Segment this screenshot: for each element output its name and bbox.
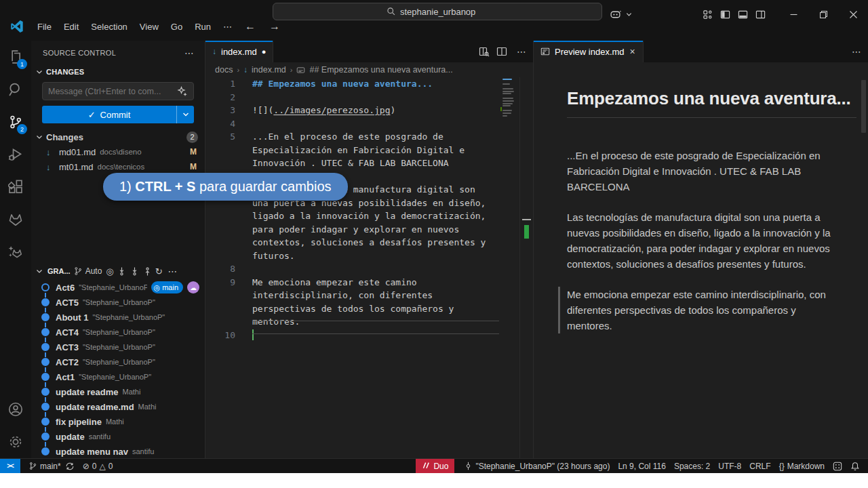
nav-back-icon[interactable]: ← [238, 19, 262, 34]
minimize-button[interactable] [778, 3, 808, 26]
breadcrumb-symbol[interactable]: ## Empezamos una nueva aventura... [309, 65, 452, 75]
settings-gear-icon[interactable] [0, 426, 31, 458]
command-center-search[interactable] [273, 3, 602, 20]
copilot-chevron-icon[interactable] [624, 5, 633, 23]
feedback-status-item[interactable] [829, 459, 846, 474]
commit-row[interactable]: update readme.mdMathi [31, 399, 205, 414]
commit-row[interactable]: ACT4"Stephanie_UrbanoP" [31, 325, 205, 340]
commit-row[interactable]: ACT3"Stephanie_UrbanoP" [31, 340, 205, 354]
target-icon[interactable]: ◎ [106, 266, 113, 277]
gitlab-duo-icon[interactable] [0, 236, 31, 268]
changed-file-row[interactable]: ↓md01.mddocs\disenoM [31, 144, 205, 159]
customize-layout-icon[interactable] [698, 5, 716, 23]
toggle-panel-icon[interactable] [734, 5, 751, 23]
breadcrumb-folder[interactable]: docs [215, 65, 233, 75]
sparkle-icon[interactable] [177, 86, 188, 97]
panel-more-icon[interactable]: ⋯ [182, 47, 197, 58]
search-icon [387, 7, 396, 16]
commit-message-input[interactable] [48, 87, 177, 96]
main-branch-badge[interactable]: ◎main [151, 281, 183, 293]
indentation-status-item[interactable]: Spaces: 2 [670, 459, 714, 474]
copilot-icon[interactable] [606, 5, 624, 23]
open-preview-side-icon[interactable] [479, 46, 490, 57]
graph-section-header[interactable]: GRA... Auto ◎ ↻ ⋯ [31, 264, 205, 279]
split-editor-icon[interactable] [496, 46, 507, 57]
refresh-icon[interactable]: ↻ [155, 266, 163, 277]
remote-indicator[interactable]: >< [0, 459, 20, 474]
menu-run[interactable]: Run [189, 19, 217, 35]
commit-row[interactable]: ACT5"Stephanie_UrbanoP" [31, 295, 205, 310]
changes-section-header[interactable]: CHANGES [31, 64, 205, 79]
tab-index-md[interactable]: ↓ index.md ● [205, 41, 273, 62]
preview-more-icon[interactable]: ⋯ [849, 46, 864, 57]
code-line[interactable]: 8 [205, 262, 500, 276]
commit-row[interactable]: update menu navsantifu [31, 444, 205, 458]
editor-more-icon[interactable]: ⋯ [514, 46, 529, 57]
nav-forward-icon[interactable]: → [262, 19, 287, 34]
modified-dot-icon[interactable]: ● [262, 47, 267, 56]
commit-row[interactable]: ACT2"Stephanie_UrbanoP" [31, 354, 205, 369]
commit-button[interactable]: ✓ Commit [42, 106, 194, 123]
commit-dropdown-button[interactable] [176, 106, 194, 123]
gitlab-icon[interactable] [0, 203, 31, 236]
notifications-status-item[interactable] [846, 459, 864, 474]
toggle-primary-sidebar-icon[interactable] [716, 5, 734, 23]
commit-row[interactable]: updatesantifu [31, 429, 205, 444]
push-icon[interactable] [142, 266, 153, 277]
markdown-preview[interactable]: Empezamos una nueva aventura... ...En el… [567, 62, 854, 458]
toggle-secondary-sidebar-icon[interactable] [751, 5, 769, 23]
search-view-icon[interactable] [0, 73, 31, 106]
code-line[interactable]: 3![](../images/perezoso.jpg) [205, 104, 500, 117]
gitlab-duo-status-item[interactable]: Duo [416, 459, 454, 474]
problems-status-item[interactable]: ⊘ 0 △ 0 [79, 459, 117, 474]
vscode-logo-icon [9, 19, 24, 34]
language-status-item[interactable]: {} Markdown [775, 459, 829, 474]
image-link[interactable]: ../images/perezoso.jpg [273, 105, 390, 115]
eol-status-item[interactable]: CRLF [745, 459, 774, 474]
graph-auto-label[interactable]: Auto [85, 266, 102, 276]
changes-tree-header[interactable]: Changes 2 [31, 129, 205, 144]
code-line[interactable]: 1## Empezamos una nueva aventura... [205, 77, 500, 91]
commit-row[interactable]: Act1"Stephanie_UrbanoP" [31, 369, 205, 384]
commit-row[interactable]: Act6"Stephanie_UrbanoP"◎main☁ [31, 280, 205, 295]
overview-ruler[interactable] [519, 77, 533, 458]
fetch-icon[interactable] [117, 266, 127, 277]
run-debug-icon[interactable] [0, 138, 31, 171]
source-control-icon[interactable]: 2 [0, 106, 31, 138]
commit-row[interactable]: About 1"Stephanie_UrbanoP" [31, 310, 205, 325]
minimap[interactable] [500, 77, 517, 152]
sync-status-item[interactable] [65, 459, 79, 474]
code-line[interactable]: 2 [205, 91, 500, 104]
search-input[interactable] [400, 7, 488, 17]
preview-scrollbar[interactable] [861, 80, 866, 133]
commit-message-box[interactable] [42, 82, 194, 100]
close-tab-icon[interactable]: × [629, 46, 636, 57]
pull-icon[interactable] [130, 266, 140, 277]
commit-row[interactable]: fix pipelineMathi [31, 414, 205, 429]
menu-view[interactable]: View [134, 19, 165, 35]
menu-selection[interactable]: Selection [85, 19, 133, 35]
accounts-icon[interactable] [0, 393, 31, 426]
close-button[interactable] [838, 3, 868, 26]
graph-more-icon[interactable]: ⋯ [165, 266, 180, 277]
commit-info-status-item[interactable]: "Stephanie_UrbanoP" (23 hours ago) [460, 459, 614, 474]
menu-file[interactable]: File [31, 19, 58, 35]
code-line[interactable]: 5...En el proceso de este posgrado de Es… [205, 130, 500, 170]
menu-edit[interactable]: Edit [58, 19, 85, 35]
commit-row[interactable]: update readmeMathi [31, 384, 205, 399]
tab-preview-index-md[interactable]: Preview index.md × [534, 41, 644, 62]
restore-button[interactable] [808, 3, 838, 26]
explorer-icon[interactable]: 1 [0, 41, 31, 73]
extensions-icon[interactable] [0, 171, 31, 203]
changed-file-row[interactable]: ↓mt01.mddocs\tecnicosM [31, 159, 205, 174]
menu-go[interactable]: Go [165, 19, 189, 35]
menu-more-icon[interactable]: ⋯ [217, 19, 238, 35]
breadcrumb[interactable]: docs › ↓ index.md › ## Empezamos una nue… [205, 62, 533, 77]
branch-status-item[interactable]: main* [24, 459, 65, 474]
code-line[interactable]: 4 [205, 117, 500, 131]
breadcrumb-file[interactable]: index.md [252, 65, 286, 75]
code-editor[interactable]: 1## Empezamos una nueva aventura...23![]… [205, 77, 500, 458]
encoding-status-item[interactable]: UTF-8 [714, 459, 745, 474]
cursor-position-status-item[interactable]: Ln 9, Col 116 [614, 459, 670, 474]
code-line[interactable]: 10 [205, 329, 500, 342]
